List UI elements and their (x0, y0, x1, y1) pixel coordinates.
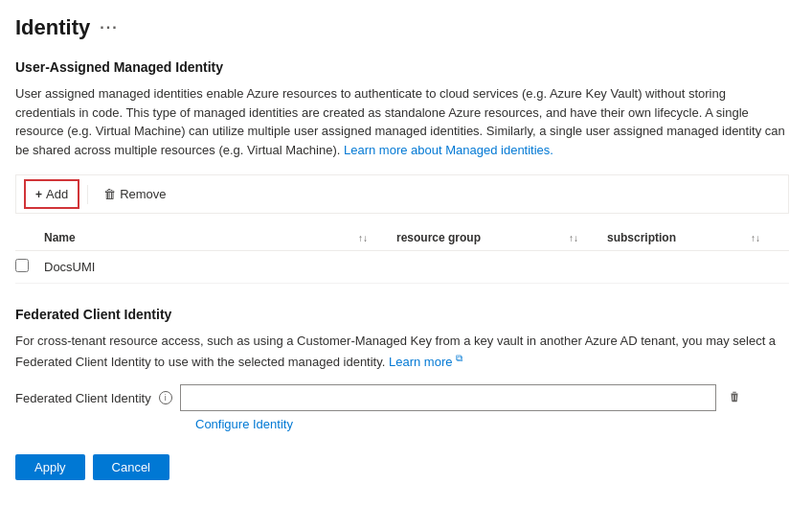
user-assigned-section: User-Assigned Managed Identity User assi… (15, 59, 789, 284)
toolbar-divider (87, 185, 88, 204)
info-icon[interactable]: i (159, 391, 172, 404)
th-subscription: subscription (607, 231, 751, 244)
federated-client-input[interactable] (180, 384, 716, 411)
external-link-icon: ⧉ (456, 353, 462, 363)
delete-icon (728, 390, 741, 403)
delete-identity-button[interactable] (724, 388, 745, 408)
add-button[interactable]: + Add (28, 183, 76, 205)
title-text: Identity (15, 15, 90, 40)
page-title: Identity ··· (15, 15, 789, 40)
table-header: Name ↑↓ resource group ↑↓ subscription ↑… (15, 225, 789, 251)
federated-input-row: Federated Client Identity i (15, 384, 789, 411)
row-checkbox-cell[interactable] (15, 259, 44, 275)
th-resource-group: resource group (396, 231, 569, 244)
remove-label: Remove (120, 187, 166, 201)
user-assigned-description: User assigned managed identities enable … (15, 84, 789, 159)
federated-learn-more-link[interactable]: Learn more ⧉ (389, 355, 462, 369)
apply-button[interactable]: Apply (15, 454, 85, 480)
table-row: DocsUMI (15, 251, 789, 284)
add-label: Add (46, 187, 68, 201)
identity-table: Name ↑↓ resource group ↑↓ subscription ↑… (15, 225, 789, 284)
ellipsis-icon: ··· (100, 19, 118, 36)
trash-icon: 🗑 (103, 187, 116, 201)
federated-field-label: Federated Client Identity (15, 391, 151, 405)
sort-icon-3: ↑↓ (751, 233, 760, 243)
th-sort1[interactable]: ↑↓ (358, 233, 396, 243)
configure-identity-link[interactable]: Configure Identity (195, 417, 293, 431)
cancel-button[interactable]: Cancel (93, 454, 169, 480)
federated-title: Federated Client Identity (15, 307, 789, 322)
toolbar: + Add 🗑 Remove (15, 174, 789, 214)
federated-description: For cross-tenant resource access, such a… (15, 332, 789, 371)
learn-more-link[interactable]: Learn more about Managed identities. (344, 143, 553, 157)
remove-button[interactable]: 🗑 Remove (96, 183, 173, 205)
th-sort3[interactable]: ↑↓ (751, 233, 789, 243)
sort-icon-2: ↑↓ (569, 233, 578, 243)
th-sort2[interactable]: ↑↓ (569, 233, 607, 243)
sort-icon-1: ↑↓ (358, 233, 368, 243)
plus-icon: + (35, 188, 42, 201)
th-name: Name (44, 231, 358, 244)
learn-more-text: Learn more (389, 355, 452, 369)
configure-link-row: Configure Identity (15, 417, 789, 431)
add-btn-wrapper: + Add (24, 179, 79, 209)
footer-buttons: Apply Cancel (15, 454, 789, 480)
row-checkbox[interactable] (15, 259, 29, 272)
federated-section: Federated Client Identity For cross-tena… (15, 307, 789, 431)
row-name: DocsUMI (44, 260, 358, 274)
user-assigned-title: User-Assigned Managed Identity (15, 59, 789, 75)
